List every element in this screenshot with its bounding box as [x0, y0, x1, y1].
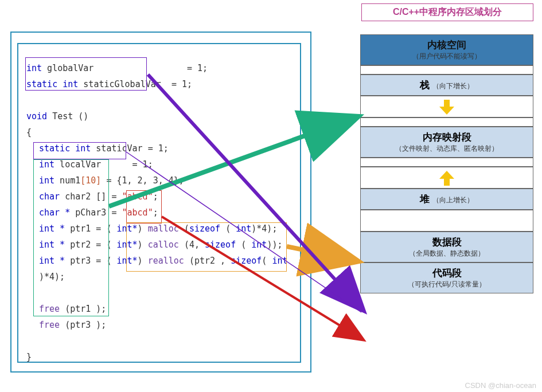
code-line-ptr2: int * ptr2 = ( int*) calloc (4, sizeof (… [26, 237, 292, 253]
code-line-char2: char char2 [] = "abcd"; [26, 189, 292, 205]
memory-layout: 内核空间 （用户代码不能读写） 栈 （向下增长） 内存映射段 （文件映射、动态库… [360, 34, 533, 293]
spacer [360, 65, 533, 75]
code-line-free3: free (ptr3 ); [26, 317, 292, 333]
watermark: CSDN @chian-ocean [465, 381, 536, 390]
code-line-free1: free (ptr1 ); [26, 301, 292, 317]
region-kernel: 内核空间 （用户代码不能读写） [360, 34, 533, 65]
code-line-open: { [26, 124, 292, 140]
spacer [360, 210, 533, 232]
code-line-test: void Test () [26, 108, 292, 124]
heap-space [360, 167, 533, 189]
region-data: 数据段 （全局数据、静态数据） [360, 232, 533, 262]
arrow-down-icon [439, 100, 454, 115]
region-stack: 栈 （向下增长） [360, 75, 533, 96]
region-mmap: 内存映射段 （文件映射、动态库、匿名映射） [360, 127, 533, 158]
code-line-pchar3: char * pChar3 = "abcd"; [26, 205, 292, 221]
code-line-staticglobalvar: static int staticGlobalVar = 1; [26, 76, 292, 92]
code-line-ptr3: int * ptr3 = ( int*) realloc (ptr2 , siz… [26, 253, 292, 285]
region-heap: 堆 （向上增长） [360, 189, 533, 210]
diagram-title: C/C++中程序内存区域划分 [361, 3, 533, 21]
code-line-close: } [26, 349, 292, 365]
code-line-num1: int num1[10] = {1, 2, 3, 4}; [26, 173, 292, 189]
code-line-localvar: int localVar = 1; [26, 156, 292, 173]
code-line-globalvar: int globalVar = 1; [26, 60, 292, 76]
stack-space [360, 96, 533, 117]
spacer [360, 158, 533, 167]
code-line-ptr1: int * ptr1 = ( int*) malloc (sizeof ( in… [26, 221, 292, 237]
arrow-up-icon [439, 171, 454, 186]
code-line-staticvar: static int staticVar = 1; [26, 140, 292, 156]
code-block: int globalVar = 1; static int staticGlob… [17, 43, 301, 363]
spacer [360, 117, 533, 127]
region-code: 代码段 （可执行代码/只读常量） [360, 262, 533, 293]
